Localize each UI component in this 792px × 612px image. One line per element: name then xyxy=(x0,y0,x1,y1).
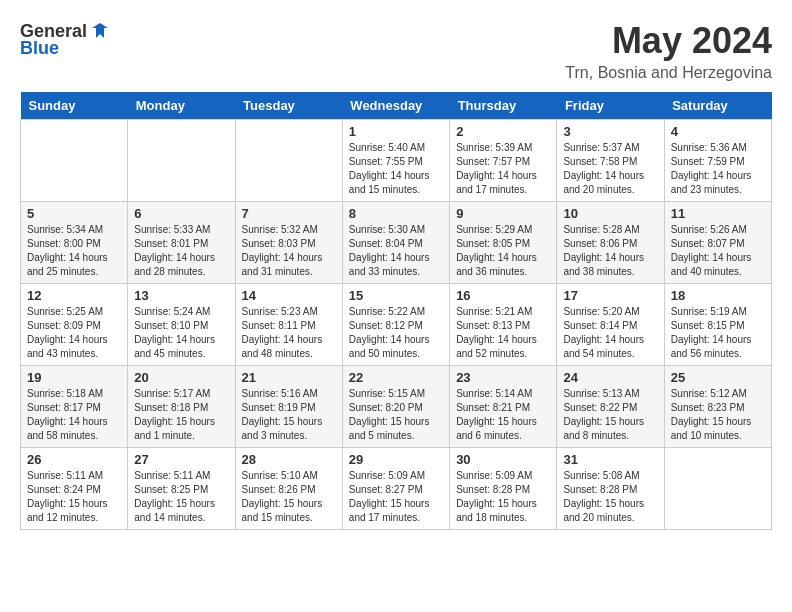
calendar-header-thursday: Thursday xyxy=(450,92,557,120)
day-number: 21 xyxy=(242,370,336,385)
calendar-cell xyxy=(128,120,235,202)
day-number: 19 xyxy=(27,370,121,385)
calendar-cell: 17Sunrise: 5:20 AM Sunset: 8:14 PM Dayli… xyxy=(557,284,664,366)
calendar-cell xyxy=(21,120,128,202)
calendar-cell: 1Sunrise: 5:40 AM Sunset: 7:55 PM Daylig… xyxy=(342,120,449,202)
calendar-cell: 19Sunrise: 5:18 AM Sunset: 8:17 PM Dayli… xyxy=(21,366,128,448)
month-title: May 2024 xyxy=(565,20,772,62)
calendar-cell: 26Sunrise: 5:11 AM Sunset: 8:24 PM Dayli… xyxy=(21,448,128,530)
title-area: May 2024 Trn, Bosnia and Herzegovina xyxy=(565,20,772,82)
day-number: 6 xyxy=(134,206,228,221)
calendar-cell: 12Sunrise: 5:25 AM Sunset: 8:09 PM Dayli… xyxy=(21,284,128,366)
day-number: 16 xyxy=(456,288,550,303)
day-info: Sunrise: 5:20 AM Sunset: 8:14 PM Dayligh… xyxy=(563,305,657,361)
day-number: 11 xyxy=(671,206,765,221)
day-info: Sunrise: 5:40 AM Sunset: 7:55 PM Dayligh… xyxy=(349,141,443,197)
calendar-cell: 11Sunrise: 5:26 AM Sunset: 8:07 PM Dayli… xyxy=(664,202,771,284)
day-info: Sunrise: 5:14 AM Sunset: 8:21 PM Dayligh… xyxy=(456,387,550,443)
calendar-cell: 24Sunrise: 5:13 AM Sunset: 8:22 PM Dayli… xyxy=(557,366,664,448)
calendar-cell: 21Sunrise: 5:16 AM Sunset: 8:19 PM Dayli… xyxy=(235,366,342,448)
day-info: Sunrise: 5:26 AM Sunset: 8:07 PM Dayligh… xyxy=(671,223,765,279)
calendar-header-sunday: Sunday xyxy=(21,92,128,120)
day-number: 28 xyxy=(242,452,336,467)
day-number: 30 xyxy=(456,452,550,467)
calendar-cell: 23Sunrise: 5:14 AM Sunset: 8:21 PM Dayli… xyxy=(450,366,557,448)
day-info: Sunrise: 5:09 AM Sunset: 8:28 PM Dayligh… xyxy=(456,469,550,525)
calendar-cell: 15Sunrise: 5:22 AM Sunset: 8:12 PM Dayli… xyxy=(342,284,449,366)
day-info: Sunrise: 5:19 AM Sunset: 8:15 PM Dayligh… xyxy=(671,305,765,361)
calendar-cell: 2Sunrise: 5:39 AM Sunset: 7:57 PM Daylig… xyxy=(450,120,557,202)
day-number: 22 xyxy=(349,370,443,385)
day-info: Sunrise: 5:32 AM Sunset: 8:03 PM Dayligh… xyxy=(242,223,336,279)
day-info: Sunrise: 5:22 AM Sunset: 8:12 PM Dayligh… xyxy=(349,305,443,361)
calendar-cell: 18Sunrise: 5:19 AM Sunset: 8:15 PM Dayli… xyxy=(664,284,771,366)
calendar-cell: 20Sunrise: 5:17 AM Sunset: 8:18 PM Dayli… xyxy=(128,366,235,448)
day-number: 17 xyxy=(563,288,657,303)
day-number: 26 xyxy=(27,452,121,467)
calendar-cell: 30Sunrise: 5:09 AM Sunset: 8:28 PM Dayli… xyxy=(450,448,557,530)
day-info: Sunrise: 5:10 AM Sunset: 8:26 PM Dayligh… xyxy=(242,469,336,525)
day-number: 10 xyxy=(563,206,657,221)
calendar-header-friday: Friday xyxy=(557,92,664,120)
day-info: Sunrise: 5:36 AM Sunset: 7:59 PM Dayligh… xyxy=(671,141,765,197)
day-number: 15 xyxy=(349,288,443,303)
calendar-cell: 8Sunrise: 5:30 AM Sunset: 8:04 PM Daylig… xyxy=(342,202,449,284)
calendar-cell xyxy=(235,120,342,202)
day-info: Sunrise: 5:13 AM Sunset: 8:22 PM Dayligh… xyxy=(563,387,657,443)
day-number: 25 xyxy=(671,370,765,385)
day-info: Sunrise: 5:15 AM Sunset: 8:20 PM Dayligh… xyxy=(349,387,443,443)
calendar-header-saturday: Saturday xyxy=(664,92,771,120)
day-number: 18 xyxy=(671,288,765,303)
logo: General Blue xyxy=(20,20,113,59)
day-info: Sunrise: 5:17 AM Sunset: 8:18 PM Dayligh… xyxy=(134,387,228,443)
day-number: 4 xyxy=(671,124,765,139)
day-info: Sunrise: 5:37 AM Sunset: 7:58 PM Dayligh… xyxy=(563,141,657,197)
calendar-cell: 22Sunrise: 5:15 AM Sunset: 8:20 PM Dayli… xyxy=(342,366,449,448)
day-number: 8 xyxy=(349,206,443,221)
calendar-cell: 28Sunrise: 5:10 AM Sunset: 8:26 PM Dayli… xyxy=(235,448,342,530)
day-info: Sunrise: 5:24 AM Sunset: 8:10 PM Dayligh… xyxy=(134,305,228,361)
day-number: 5 xyxy=(27,206,121,221)
day-number: 3 xyxy=(563,124,657,139)
day-info: Sunrise: 5:29 AM Sunset: 8:05 PM Dayligh… xyxy=(456,223,550,279)
calendar-cell: 14Sunrise: 5:23 AM Sunset: 8:11 PM Dayli… xyxy=(235,284,342,366)
day-number: 23 xyxy=(456,370,550,385)
location-title: Trn, Bosnia and Herzegovina xyxy=(565,64,772,82)
day-number: 31 xyxy=(563,452,657,467)
day-info: Sunrise: 5:39 AM Sunset: 7:57 PM Dayligh… xyxy=(456,141,550,197)
calendar-cell: 6Sunrise: 5:33 AM Sunset: 8:01 PM Daylig… xyxy=(128,202,235,284)
day-number: 12 xyxy=(27,288,121,303)
calendar-header-row: SundayMondayTuesdayWednesdayThursdayFrid… xyxy=(21,92,772,120)
day-info: Sunrise: 5:18 AM Sunset: 8:17 PM Dayligh… xyxy=(27,387,121,443)
header: General Blue May 2024 Trn, Bosnia and He… xyxy=(20,20,772,82)
calendar-cell: 10Sunrise: 5:28 AM Sunset: 8:06 PM Dayli… xyxy=(557,202,664,284)
calendar-cell: 7Sunrise: 5:32 AM Sunset: 8:03 PM Daylig… xyxy=(235,202,342,284)
day-info: Sunrise: 5:30 AM Sunset: 8:04 PM Dayligh… xyxy=(349,223,443,279)
calendar-cell: 13Sunrise: 5:24 AM Sunset: 8:10 PM Dayli… xyxy=(128,284,235,366)
calendar-week-4: 19Sunrise: 5:18 AM Sunset: 8:17 PM Dayli… xyxy=(21,366,772,448)
day-number: 9 xyxy=(456,206,550,221)
calendar-cell: 4Sunrise: 5:36 AM Sunset: 7:59 PM Daylig… xyxy=(664,120,771,202)
day-info: Sunrise: 5:28 AM Sunset: 8:06 PM Dayligh… xyxy=(563,223,657,279)
calendar-cell: 25Sunrise: 5:12 AM Sunset: 8:23 PM Dayli… xyxy=(664,366,771,448)
calendar-week-2: 5Sunrise: 5:34 AM Sunset: 8:00 PM Daylig… xyxy=(21,202,772,284)
calendar-header-tuesday: Tuesday xyxy=(235,92,342,120)
day-number: 2 xyxy=(456,124,550,139)
calendar-header-monday: Monday xyxy=(128,92,235,120)
day-number: 1 xyxy=(349,124,443,139)
calendar-week-5: 26Sunrise: 5:11 AM Sunset: 8:24 PM Dayli… xyxy=(21,448,772,530)
day-info: Sunrise: 5:33 AM Sunset: 8:01 PM Dayligh… xyxy=(134,223,228,279)
calendar-table: SundayMondayTuesdayWednesdayThursdayFrid… xyxy=(20,92,772,530)
day-number: 13 xyxy=(134,288,228,303)
calendar-cell: 16Sunrise: 5:21 AM Sunset: 8:13 PM Dayli… xyxy=(450,284,557,366)
calendar-week-1: 1Sunrise: 5:40 AM Sunset: 7:55 PM Daylig… xyxy=(21,120,772,202)
logo-icon xyxy=(89,20,111,42)
calendar-cell: 29Sunrise: 5:09 AM Sunset: 8:27 PM Dayli… xyxy=(342,448,449,530)
day-info: Sunrise: 5:11 AM Sunset: 8:25 PM Dayligh… xyxy=(134,469,228,525)
calendar-cell xyxy=(664,448,771,530)
day-number: 14 xyxy=(242,288,336,303)
day-info: Sunrise: 5:11 AM Sunset: 8:24 PM Dayligh… xyxy=(27,469,121,525)
day-info: Sunrise: 5:09 AM Sunset: 8:27 PM Dayligh… xyxy=(349,469,443,525)
calendar-header-wednesday: Wednesday xyxy=(342,92,449,120)
day-info: Sunrise: 5:12 AM Sunset: 8:23 PM Dayligh… xyxy=(671,387,765,443)
